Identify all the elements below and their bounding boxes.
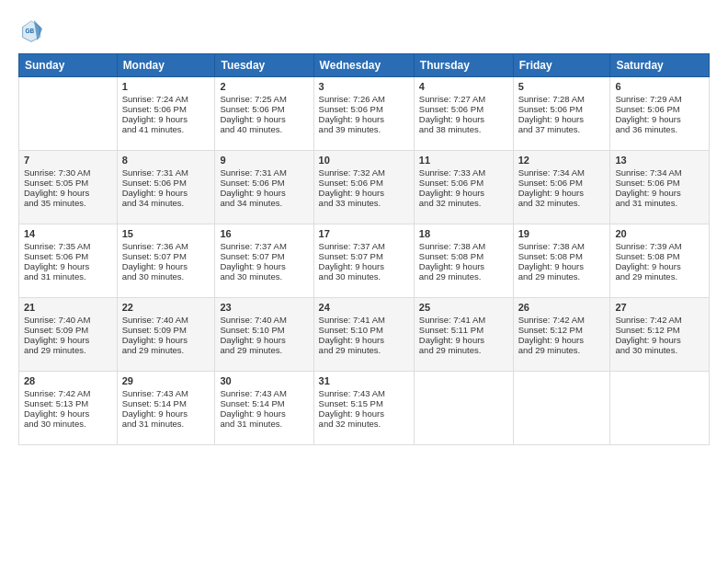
calendar-week-row: 7Sunrise: 7:30 AMSunset: 5:05 PMDaylight… xyxy=(19,151,710,224)
calendar-cell: 6Sunrise: 7:29 AMSunset: 5:06 PMDaylight… xyxy=(610,77,710,151)
day-info-line: Sunset: 5:10 PM xyxy=(319,325,409,335)
day-info-line: Daylight: 9 hours xyxy=(419,114,508,124)
calendar-cell: 9Sunrise: 7:31 AMSunset: 5:06 PMDaylight… xyxy=(215,151,313,224)
day-info-line: Daylight: 9 hours xyxy=(122,335,210,345)
day-info-line: Daylight: 9 hours xyxy=(220,408,308,419)
calendar-cell: 28Sunrise: 7:42 AMSunset: 5:13 PMDayligh… xyxy=(19,372,118,445)
day-info-line: Sunrise: 7:37 AM xyxy=(220,241,308,251)
calendar-week-row: 21Sunrise: 7:40 AMSunset: 5:09 PMDayligh… xyxy=(19,298,710,372)
day-info-line: Sunset: 5:06 PM xyxy=(122,178,210,188)
day-info-line: Sunset: 5:06 PM xyxy=(419,104,508,114)
day-info-line: and 30 minutes. xyxy=(319,271,409,282)
day-info-line: Sunrise: 7:34 AM xyxy=(615,167,704,178)
day-info-line: Sunset: 5:08 PM xyxy=(419,251,508,261)
day-info-line: Sunset: 5:06 PM xyxy=(122,104,210,114)
day-info-line: Sunrise: 7:39 AM xyxy=(615,241,704,251)
day-info-line: and 29 minutes. xyxy=(24,345,112,355)
day-number: 21 xyxy=(24,302,112,313)
day-number: 30 xyxy=(220,375,308,386)
day-number: 25 xyxy=(419,302,508,313)
day-info-line: Sunset: 5:13 PM xyxy=(24,398,112,408)
day-info-line: Daylight: 9 hours xyxy=(518,261,606,271)
day-number: 31 xyxy=(319,375,409,386)
day-info-line: and 29 minutes. xyxy=(220,345,308,355)
day-number: 24 xyxy=(319,302,409,313)
day-info-line: Sunset: 5:08 PM xyxy=(615,251,704,261)
day-info-line: Sunset: 5:06 PM xyxy=(518,104,606,114)
day-info-line: and 33 minutes. xyxy=(319,198,409,208)
calendar-cell: 5Sunrise: 7:28 AMSunset: 5:06 PMDaylight… xyxy=(513,77,610,151)
day-info-line: and 31 minutes. xyxy=(615,198,704,208)
day-info-line: Sunrise: 7:29 AM xyxy=(615,94,704,104)
day-info-line: Sunset: 5:06 PM xyxy=(615,178,704,188)
day-number: 26 xyxy=(518,302,606,313)
day-info-line: Sunset: 5:12 PM xyxy=(615,325,704,335)
day-info-line: Sunrise: 7:42 AM xyxy=(518,315,606,325)
day-info-line: Daylight: 9 hours xyxy=(518,335,606,345)
day-number: 29 xyxy=(122,375,210,386)
day-info-line: Daylight: 9 hours xyxy=(220,335,308,345)
weekday-header: Monday xyxy=(117,54,215,77)
day-number: 16 xyxy=(220,228,308,239)
day-info-line: Sunrise: 7:33 AM xyxy=(419,167,508,178)
page-header: GB xyxy=(18,18,710,44)
day-info-line: and 31 minutes. xyxy=(24,271,112,282)
day-info-line: and 29 minutes. xyxy=(419,271,508,282)
calendar-cell: 24Sunrise: 7:41 AMSunset: 5:10 PMDayligh… xyxy=(313,298,414,372)
day-info-line: Sunrise: 7:25 AM xyxy=(220,94,308,104)
day-info-line: Daylight: 9 hours xyxy=(319,408,409,419)
day-info-line: Sunrise: 7:42 AM xyxy=(24,388,112,398)
day-number: 11 xyxy=(419,155,508,166)
calendar-cell: 15Sunrise: 7:36 AMSunset: 5:07 PMDayligh… xyxy=(117,224,215,298)
day-info-line: Sunset: 5:14 PM xyxy=(220,398,308,408)
calendar-cell: 16Sunrise: 7:37 AMSunset: 5:07 PMDayligh… xyxy=(215,224,313,298)
day-info-line: Sunrise: 7:30 AM xyxy=(24,167,112,178)
day-info-line: and 34 minutes. xyxy=(220,198,308,208)
day-info-line: Sunrise: 7:36 AM xyxy=(122,241,210,251)
day-info-line: and 29 minutes. xyxy=(518,271,606,282)
day-info-line: Sunset: 5:07 PM xyxy=(122,251,210,261)
day-info-line: Sunrise: 7:28 AM xyxy=(518,94,606,104)
calendar-header-row: SundayMondayTuesdayWednesdayThursdayFrid… xyxy=(19,54,710,77)
day-info-line: Daylight: 9 hours xyxy=(419,188,508,198)
day-info-line: Sunset: 5:06 PM xyxy=(319,178,409,188)
day-info-line: Daylight: 9 hours xyxy=(518,188,606,198)
weekday-header: Wednesday xyxy=(313,54,414,77)
day-info-line: Sunrise: 7:38 AM xyxy=(419,241,508,251)
day-number: 13 xyxy=(615,155,704,166)
calendar-cell: 11Sunrise: 7:33 AMSunset: 5:06 PMDayligh… xyxy=(414,151,513,224)
day-info-line: Sunset: 5:12 PM xyxy=(518,325,606,335)
day-info-line: Daylight: 9 hours xyxy=(615,261,704,271)
day-info-line: Daylight: 9 hours xyxy=(319,188,409,198)
day-info-line: Daylight: 9 hours xyxy=(419,335,508,345)
calendar-table: SundayMondayTuesdayWednesdayThursdayFrid… xyxy=(18,53,710,445)
calendar-cell: 21Sunrise: 7:40 AMSunset: 5:09 PMDayligh… xyxy=(19,298,118,372)
day-info-line: and 36 minutes. xyxy=(615,124,704,134)
day-info-line: Sunrise: 7:32 AM xyxy=(319,167,409,178)
calendar-cell xyxy=(513,372,610,445)
calendar-cell xyxy=(414,372,513,445)
day-info-line: and 39 minutes. xyxy=(319,124,409,134)
day-info-line: Sunrise: 7:27 AM xyxy=(419,94,508,104)
day-number: 12 xyxy=(518,155,606,166)
calendar-cell: 20Sunrise: 7:39 AMSunset: 5:08 PMDayligh… xyxy=(610,224,710,298)
day-info-line: and 31 minutes. xyxy=(220,419,308,429)
day-info-line: and 29 minutes. xyxy=(419,345,508,355)
calendar-cell: 30Sunrise: 7:43 AMSunset: 5:14 PMDayligh… xyxy=(215,372,313,445)
day-info-line: Daylight: 9 hours xyxy=(24,188,112,198)
day-info-line: and 32 minutes. xyxy=(419,198,508,208)
day-info-line: Daylight: 9 hours xyxy=(319,335,409,345)
day-number: 3 xyxy=(319,81,409,92)
day-info-line: Sunrise: 7:40 AM xyxy=(24,315,112,325)
day-number: 1 xyxy=(122,81,210,92)
day-info-line: Sunrise: 7:43 AM xyxy=(122,388,210,398)
day-info-line: Sunrise: 7:41 AM xyxy=(319,315,409,325)
day-info-line: Sunset: 5:06 PM xyxy=(615,104,704,114)
day-info-line: Sunset: 5:08 PM xyxy=(518,251,606,261)
day-number: 22 xyxy=(122,302,210,313)
calendar-cell: 13Sunrise: 7:34 AMSunset: 5:06 PMDayligh… xyxy=(610,151,710,224)
svg-text:GB: GB xyxy=(25,28,34,34)
day-info-line: Sunrise: 7:31 AM xyxy=(122,167,210,178)
calendar-cell: 25Sunrise: 7:41 AMSunset: 5:11 PMDayligh… xyxy=(414,298,513,372)
calendar-cell xyxy=(610,372,710,445)
